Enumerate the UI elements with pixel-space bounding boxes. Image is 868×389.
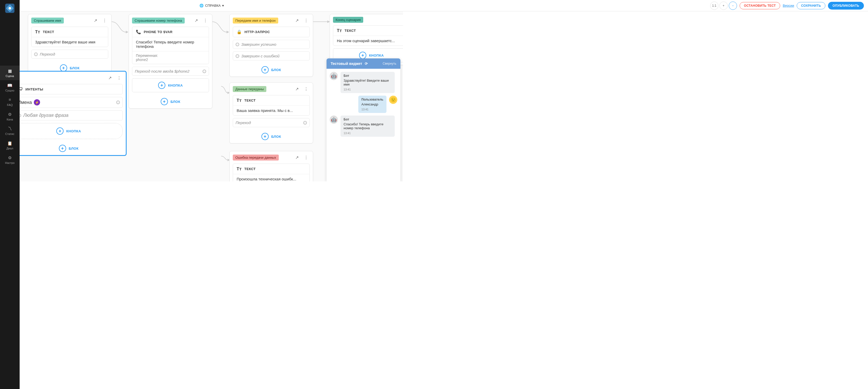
add-block-button[interactable]: + БЛОК <box>230 130 313 143</box>
card-intents[interactable]: # ↗ ⋮ 🗨 ИНТЕНТЫ Имена ⚡ Любая другая фра… <box>20 71 127 156</box>
connect-icon[interactable]: ↗ <box>293 17 301 24</box>
nav-stats[interactable]: 〽 Статис <box>0 124 20 138</box>
add-label: КНОПКА <box>66 129 81 133</box>
transition-row[interactable]: Переход <box>31 50 108 59</box>
output-port[interactable] <box>203 69 206 73</box>
chat-messages[interactable]: 🤖 Бот Здравствуйте! Введите ваше имя 13:… <box>327 69 400 181</box>
help-label: СПРАВКА <box>205 4 221 7</box>
bot-avatar-icon: 🤖 <box>330 72 338 80</box>
msg-sender: Бот <box>344 74 392 78</box>
success-label: Завершен успешно <box>241 42 276 47</box>
plus-icon: + <box>59 145 66 152</box>
nav-faq[interactable]: ≡ FAQ <box>0 95 20 109</box>
card-ask-phone[interactable]: Спрашиваем номер телефона ↗ ⋮ 📞 PHONE TO… <box>129 14 212 109</box>
connect-icon[interactable]: ↗ <box>192 17 200 24</box>
card-title[interactable]: Ошибка передачи данных <box>233 155 279 160</box>
connector-arrow <box>112 19 130 40</box>
transition-label: Переход <box>236 120 251 125</box>
nav-channels[interactable]: ⚙ Кана <box>0 109 20 124</box>
any-phrase-row[interactable]: Любая другая фраза <box>20 110 123 120</box>
msg-sender: Бот <box>344 118 392 121</box>
connect-icon[interactable]: ↗ <box>92 17 99 24</box>
app-logo[interactable] <box>5 4 14 13</box>
plus-icon: + <box>261 66 269 73</box>
svg-marker-1 <box>226 31 229 33</box>
input-port[interactable] <box>236 43 239 46</box>
more-icon[interactable]: ⋮ <box>116 74 123 82</box>
section-type: HTTP-ЗАПРОС <box>245 30 270 34</box>
intent-row[interactable]: Имена ⚡ <box>20 97 123 108</box>
help-button[interactable]: 🌐 СПРАВКА ▾ <box>199 4 224 7</box>
text-icon: Tᴛ <box>237 98 242 103</box>
card-error-send[interactable]: Ошибка передачи данных ↗ ⋮ Tᴛ ТЕКСТ Прои… <box>229 151 313 181</box>
card-title[interactable]: Спрашиваем номер телефона <box>132 18 185 24</box>
channels-icon: ⚙ <box>7 112 12 117</box>
lock-icon: 🔒 <box>237 29 242 34</box>
refresh-icon[interactable]: ⟳ <box>365 61 368 66</box>
add-label: БЛОК <box>271 134 281 139</box>
collapse-button[interactable]: Свернуть <box>382 62 396 65</box>
add-block-button[interactable]: + БЛОК <box>129 95 212 108</box>
msg-text: Здравствуйте! Введите ваше имя <box>344 79 392 86</box>
error-row[interactable]: Завершен с ошибкой <box>233 52 310 60</box>
success-row[interactable]: Завершен успешно <box>233 40 310 49</box>
add-label: БЛОК <box>271 68 281 72</box>
section-body: На этом сценарий завершаетс... <box>333 36 403 46</box>
input-port[interactable] <box>20 114 21 117</box>
nav-entities[interactable]: 📖 Сущно <box>0 80 20 95</box>
error-label: Завершен с ошибкой <box>241 54 280 58</box>
text-icon: Tᴛ <box>35 29 40 34</box>
add-label: БЛОК <box>70 66 80 70</box>
card-pass-data[interactable]: Передаем имя и телефон ↗ ⋮ 🔒 HTTP-ЗАПРОС… <box>229 14 313 77</box>
plus-icon: + <box>261 133 269 140</box>
connect-icon[interactable]: ↗ <box>293 85 301 93</box>
output-port[interactable] <box>303 121 307 125</box>
section-type: ТЕКСТ <box>43 30 54 34</box>
transition-label: Переход после ввода $phone2 <box>135 69 189 73</box>
text-icon: Tᴛ <box>237 167 242 171</box>
card-title[interactable]: Данные переданы <box>233 86 266 92</box>
globe-icon: 🌐 <box>199 4 204 7</box>
more-icon[interactable]: ⋮ <box>101 17 108 24</box>
more-icon[interactable]: ⋮ <box>202 17 209 24</box>
nav-label: FAQ <box>7 103 13 107</box>
msg-text: Александр <box>362 102 383 106</box>
input-port[interactable] <box>236 54 239 58</box>
chevron-down-icon: ▾ <box>222 4 224 7</box>
sidebar: ▦ Сцена 📖 Сущно ≡ FAQ ⚙ Кана 〽 Статис 📋 … <box>0 0 20 181</box>
msg-sender: Пользователь <box>362 98 383 101</box>
add-block-button[interactable]: + БЛОК <box>20 142 126 155</box>
card-end[interactable]: Конец сценария Tᴛ ТЕКСТ На этом сценарий… <box>330 14 403 65</box>
plus-icon: + <box>60 64 67 71</box>
card-data-sent[interactable]: Данные переданы ↗ ⋮ Tᴛ ТЕКСТ Ваша заявка… <box>229 83 313 144</box>
output-port[interactable] <box>116 100 120 104</box>
transition-row[interactable]: Переход <box>233 118 310 127</box>
nav-dialogs[interactable]: 📋 Диал <box>0 138 20 152</box>
input-port[interactable] <box>34 53 38 56</box>
database-icon: ≡ <box>7 97 12 102</box>
more-icon[interactable]: ⋮ <box>303 17 310 24</box>
text-icon: Tᴛ <box>337 28 342 33</box>
card-title[interactable]: Спрашиваем имя <box>31 18 64 24</box>
nav-scenario[interactable]: ▦ Сцена <box>0 66 20 80</box>
transition-row[interactable]: Переход после ввода $phone2 <box>132 67 209 76</box>
add-button-button[interactable]: + КНОПКА <box>132 78 209 92</box>
card-title[interactable]: Передаем имя и телефон <box>233 18 278 24</box>
card-ask-name[interactable]: Спрашиваем имя ↗ ⋮ Tᴛ ТЕКСТ Здравствуйте… <box>28 14 112 75</box>
book-icon: 📖 <box>7 83 12 88</box>
more-icon[interactable]: ⋮ <box>303 85 310 93</box>
section-type: PHONE TO $VAR <box>144 30 173 34</box>
add-label: КНОПКА <box>369 54 383 57</box>
add-label: БЛОК <box>69 147 79 150</box>
add-block-button[interactable]: + БЛОК <box>230 63 313 77</box>
stats-icon: 〽 <box>7 126 12 131</box>
connect-icon[interactable]: ↗ <box>106 74 114 82</box>
connect-icon[interactable]: ↗ <box>293 154 301 161</box>
add-button-button[interactable]: + КНОПКА <box>20 123 123 139</box>
more-icon[interactable]: ⋮ <box>303 154 310 161</box>
nav-settings[interactable]: ⚙ Настро <box>0 152 20 167</box>
section-type: ИНТЕНТЫ <box>26 87 43 91</box>
connector-arrow <box>313 19 331 27</box>
phone-icon: 📞 <box>136 29 141 34</box>
card-title[interactable]: Конец сценария <box>333 17 363 23</box>
